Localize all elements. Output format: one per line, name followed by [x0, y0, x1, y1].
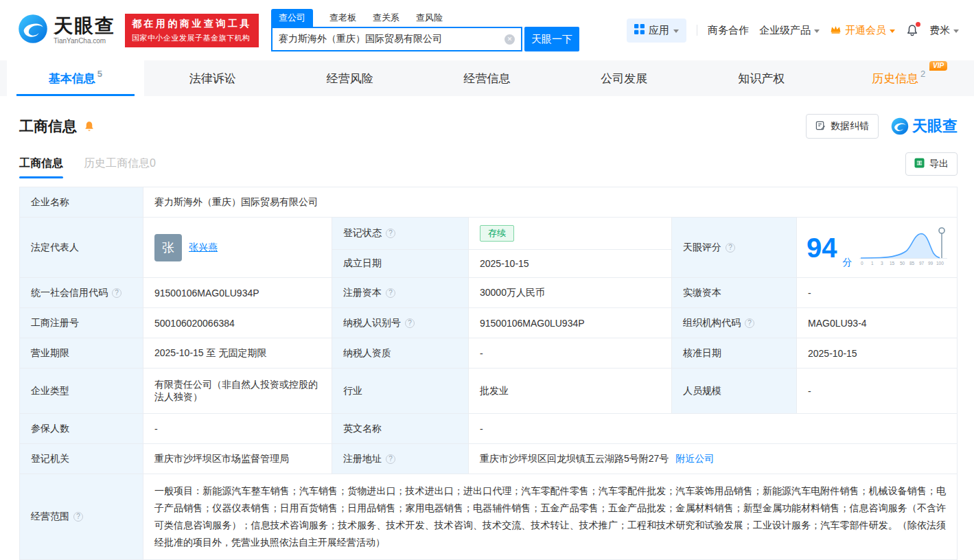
help-icon[interactable] [745, 318, 754, 328]
field-label-insured: 参保人数 [20, 414, 143, 443]
field-label-business-scope: 经营范围 [20, 474, 143, 559]
field-label-company-name: 企业名称 [20, 187, 143, 217]
table-row: 经营范围 一般项目：新能源汽车整车销售；汽车销售；货物进出口；技术进出口；进出口… [20, 474, 957, 559]
tab-label: 公司发展 [601, 71, 647, 86]
apps-menu[interactable]: 应用 [627, 19, 686, 43]
field-label-reg-number: 工商注册号 [20, 308, 143, 338]
search-tab-relation[interactable]: 查关系 [373, 12, 399, 27]
enterprise-products-menu[interactable]: 企业级产品 [759, 24, 820, 37]
table-row: 营业期限 2025-10-15 至 无固定期限 纳税人资质 - 核准日期 202… [20, 338, 957, 369]
search-button[interactable]: 天眼一下 [524, 27, 579, 51]
field-label-industry: 行业 [332, 369, 469, 413]
header-right-nav: 应用 商务合作 企业级产品 开通会员 [627, 19, 959, 43]
crown-icon [830, 25, 842, 36]
field-value-english-name: - [469, 414, 957, 443]
help-icon[interactable] [405, 318, 415, 328]
tab-label: 知识产权 [738, 71, 785, 86]
tab-label: 经营信息 [464, 71, 511, 86]
field-label-text: 注册资本 [343, 287, 382, 299]
search-area: 查公司 查老板 查关系 查风险 天眼一下 [271, 9, 579, 51]
help-icon[interactable] [386, 288, 395, 298]
field-value-company-name: 赛力斯海外（重庆）国际贸易有限公司 [143, 187, 957, 217]
score-distribution-chart: 0 1 3 15 50 85 97 99 100 [859, 225, 950, 270]
field-label-org-code: 组织机构代码 [672, 308, 797, 338]
subtab-history-business-info[interactable]: 历史工商信息0 [84, 156, 156, 178]
export-button[interactable]: 导出 [905, 152, 958, 176]
field-label-establish-date: 成立日期 [332, 250, 469, 277]
tab-legal-litigation[interactable]: 法律诉讼 [144, 60, 281, 96]
data-correction-label: 数据纠错 [831, 120, 869, 132]
field-label-staff-size: 人员规模 [672, 369, 797, 413]
field-value-paid-capital: - [797, 278, 957, 307]
field-label-reg-authority: 登记机关 [20, 444, 143, 474]
svg-text:100: 100 [936, 261, 944, 266]
export-label: 导出 [929, 158, 949, 170]
field-value-business-term: 2025-10-15 至 无固定期限 [143, 338, 332, 368]
data-correction-button[interactable]: 数据纠错 [806, 114, 879, 139]
field-label-tyc-score: 天眼评分 [672, 218, 797, 277]
help-icon[interactable] [726, 243, 735, 253]
apps-label: 应用 [649, 24, 669, 37]
tab-label: 基本信息 [49, 71, 95, 86]
legal-rep-name-link[interactable]: 张兴燕 [189, 242, 218, 254]
search-tab-company[interactable]: 查公司 [271, 9, 313, 27]
field-label-text: 经营范围 [31, 511, 69, 523]
help-icon[interactable] [386, 454, 395, 464]
clear-search-icon[interactable] [505, 34, 515, 45]
chevron-down-icon [673, 30, 679, 33]
help-icon[interactable] [112, 288, 121, 298]
field-value-establish-date: 2025-10-15 [469, 250, 672, 277]
field-label-taxpayer-quality: 纳税人资质 [332, 338, 469, 368]
legal-rep-avatar[interactable]: 张 [154, 234, 182, 261]
logo-domain: TianYanCha.com [54, 38, 115, 45]
chevron-down-icon [890, 30, 895, 33]
search-tab-risk[interactable]: 查风险 [416, 12, 443, 27]
subtab-business-info[interactable]: 工商信息 [19, 156, 63, 178]
help-icon[interactable] [73, 512, 83, 522]
tab-operation-risk[interactable]: 经营风险 [281, 60, 419, 96]
watermark-logo-text: 天眼查 [912, 116, 958, 137]
field-label-text: 注册地址 [343, 453, 382, 465]
svg-text:0: 0 [861, 261, 863, 266]
svg-text:97: 97 [919, 261, 925, 266]
nearby-companies-link[interactable]: 附近公司 [675, 453, 714, 465]
search-tab-boss[interactable]: 查老板 [329, 12, 356, 27]
svg-text:15: 15 [890, 261, 895, 266]
notification-bell-icon[interactable] [905, 23, 919, 37]
tab-operation-info[interactable]: 经营信息 [419, 60, 556, 96]
tab-company-development[interactable]: 公司发展 [555, 60, 693, 96]
field-label-legal-rep: 法定代表人 [20, 218, 143, 277]
user-menu[interactable]: 费米 [929, 24, 959, 37]
promo-line2: 国家中小企业发展子基金旗下机构 [132, 33, 252, 43]
status-badge: 存续 [480, 225, 514, 242]
tab-intellectual-property[interactable]: 知识产权 [693, 60, 830, 96]
search-input[interactable] [279, 34, 505, 45]
correction-icon [815, 120, 826, 132]
table-row: 法定代表人 张 张兴燕 登记状态 存续 成立日期 2025-10-15 天眼评分 [20, 218, 957, 278]
field-value-reg-number: 500106020066384 [143, 308, 332, 338]
tab-label: 历史信息 [872, 71, 918, 86]
open-vip-menu[interactable]: 开通会员 [830, 24, 895, 37]
business-scope-text: 一般项目：新能源汽车整车销售；汽车销售；货物进出口；技术进出口；进出口代理；汽车… [154, 482, 946, 551]
tab-history-info[interactable]: 历史信息 2 VIP [830, 60, 967, 96]
tianyancha-watermark-logo: 天眼查 [891, 116, 958, 137]
table-row: 统一社会信用代码 91500106MAG0LU934P 注册资本 30000万人… [20, 278, 957, 308]
tab-basic-info[interactable]: 基本信息 5 [7, 60, 144, 96]
divider [697, 25, 697, 36]
field-label-text: 组织机构代码 [683, 317, 741, 329]
field-value-org-code: MAG0LU93-4 [797, 308, 957, 338]
business-cooperation-link[interactable]: 商务合作 [708, 24, 749, 37]
monitor-bell-icon[interactable] [83, 120, 95, 132]
svg-text:3: 3 [881, 261, 883, 266]
tianyancha-logo-icon [18, 14, 48, 47]
field-value-legal-rep: 张 张兴燕 [143, 218, 332, 277]
help-icon[interactable] [386, 229, 395, 238]
chevron-down-icon [953, 30, 959, 33]
notification-badge [916, 22, 920, 27]
score-value: 94 [807, 234, 837, 261]
logo-text: 天眼查 [54, 16, 115, 36]
app-grid-icon [634, 24, 645, 36]
open-vip-label: 开通会员 [845, 24, 886, 37]
field-label-reg-capital: 注册资本 [332, 278, 469, 307]
tianyancha-logo[interactable]: 天眼查 TianYanCha.com [18, 14, 115, 47]
